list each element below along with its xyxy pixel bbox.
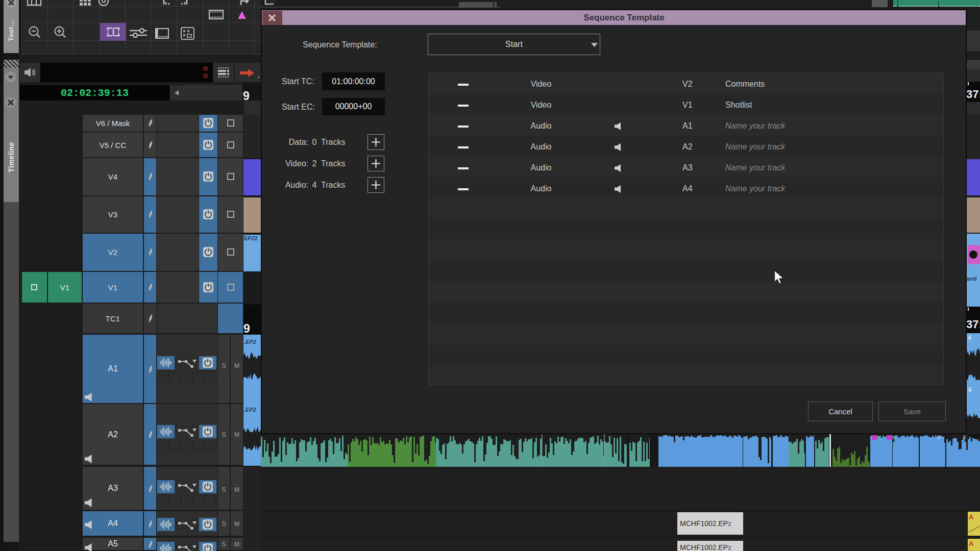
svg-text:E: E <box>963 435 966 440</box>
svg-text:E: E <box>938 435 941 440</box>
